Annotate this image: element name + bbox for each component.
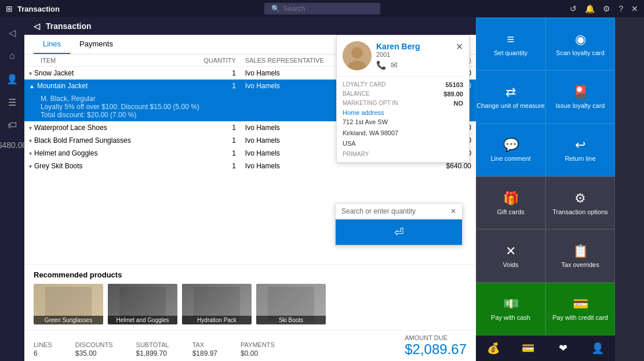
action-tile[interactable]: 🎴 Issue loyalty card xyxy=(545,70,615,123)
marketing-label: MARKETING OPT IN xyxy=(343,100,398,107)
sidebar-home[interactable]: ⌂ xyxy=(2,45,23,66)
help-icon[interactable]: ? xyxy=(618,4,623,13)
address-line3: USA xyxy=(343,139,463,149)
customer-panel: Karen Berg 2001 📞 ✉ ✕ LOYALTY CARD 55103… xyxy=(336,35,470,163)
primary-badge: PRIMARY xyxy=(343,151,463,157)
action-tile[interactable]: ⚙ Transaction options xyxy=(545,176,615,229)
side-actions xyxy=(615,17,644,361)
products-row: Green Sunglasses Helmet and Goggles Hydr… xyxy=(34,284,467,324)
right-panel: ≡ Set quantity ◉ Scan loyalty card ⇄ Cha… xyxy=(476,17,615,361)
customer-avatar xyxy=(343,41,372,70)
bottom-tile[interactable]: ❤ xyxy=(545,335,580,361)
customer-details: LOYALTY CARD 55103 BALANCE $89.00 MARKET… xyxy=(337,77,469,162)
action-tile[interactable]: 📋 Tax overrides xyxy=(545,229,615,282)
tiles-grid: ≡ Set quantity ◉ Scan loyalty card ⇄ Cha… xyxy=(476,17,615,335)
tile-label: Scan loyalty card xyxy=(556,49,605,56)
product-card[interactable]: Hydration Pack xyxy=(182,284,252,324)
tab-lines[interactable]: Lines xyxy=(34,35,70,54)
footer-tax: TAX $189.97 xyxy=(192,341,217,358)
search-icon: 🔍 xyxy=(271,5,280,13)
tile-label: Gift cards xyxy=(497,208,524,215)
product-label: Green Sunglasses xyxy=(34,316,103,324)
title-icons: ↺ 🔔 ⚙ ? ✕ xyxy=(570,4,638,13)
payments-label: PAYMENTS xyxy=(241,341,275,348)
action-tile[interactable]: 🎁 Gift cards xyxy=(476,176,545,229)
footer-summary: LINES 6 DISCOUNTS $35.00 SUBTOTAL $1,899… xyxy=(24,330,476,361)
notifications-icon[interactable]: 🔔 xyxy=(585,4,595,13)
action-tile[interactable]: ✕ Voids xyxy=(476,229,545,282)
settings-icon[interactable]: ⚙ xyxy=(603,4,610,13)
col-item: ITEM xyxy=(24,55,181,67)
loyalty-value: 55103 xyxy=(445,81,463,88)
tab-payments[interactable]: Payments xyxy=(70,35,122,54)
action-tile[interactable]: ≡ Set quantity xyxy=(476,17,545,70)
tile-icon: 🎴 xyxy=(573,85,588,100)
lines-value: 6 xyxy=(34,349,52,358)
product-card[interactable]: Green Sunglasses xyxy=(34,284,103,324)
discounts-label: DISCOUNTS xyxy=(75,341,113,348)
balance-label: BALANCE xyxy=(343,91,370,98)
loyalty-row: LOYALTY CARD 55103 xyxy=(343,81,463,88)
loyalty-label: LOYALTY CARD xyxy=(343,81,385,88)
close-icon[interactable]: ✕ xyxy=(631,4,638,13)
sidebar-tag[interactable]: 🏷 xyxy=(2,115,23,136)
bottom-tile[interactable]: 👤 xyxy=(580,335,615,361)
sidebar-back[interactable]: ◁ xyxy=(2,22,23,43)
address-line1: 712 1st Ave SW xyxy=(343,117,463,127)
windows-icon: ⊞ xyxy=(6,4,13,13)
lines-label: LINES xyxy=(34,341,52,348)
titlebar: ⊞ Transaction 🔍 ↺ 🔔 ⚙ ? ✕ xyxy=(0,0,644,17)
product-card[interactable]: Ski Boots xyxy=(256,284,326,324)
email-icon[interactable]: ✉ xyxy=(391,60,398,70)
bottom-tile[interactable]: 💰 xyxy=(476,335,511,361)
search-box[interactable]: 🔍 xyxy=(264,3,380,15)
footer-discounts: DISCOUNTS $35.00 xyxy=(75,341,113,358)
numpad-close[interactable]: ✕ xyxy=(450,207,456,215)
amount-due-value: $2,089.67 xyxy=(405,341,467,358)
header-back[interactable]: ◁ xyxy=(34,21,40,31)
customer-icons: 📞 ✉ xyxy=(376,60,420,70)
tile-label: Change unit of measure xyxy=(476,102,544,109)
action-tile[interactable]: ◉ Scan loyalty card xyxy=(545,17,615,70)
subtotal-label: SUBTOTAL xyxy=(136,341,169,348)
numpad-overlay: Search or enter quantity ✕ ⏎ xyxy=(335,203,463,246)
tile-icon: ◉ xyxy=(575,32,586,47)
product-card[interactable]: Helmet and Goggles xyxy=(108,284,177,324)
numpad-enter[interactable]: ⏎ xyxy=(336,219,462,245)
customer-name: Karen Berg xyxy=(376,42,420,51)
bottom-tile[interactable]: 💳 xyxy=(511,335,545,361)
refresh-icon[interactable]: ↺ xyxy=(570,4,577,13)
tile-icon: 💳 xyxy=(573,297,588,312)
tile-icon: ✕ xyxy=(505,244,516,259)
sidebar-people[interactable]: 👤 xyxy=(2,68,23,89)
discounts-value: $35.00 xyxy=(75,349,113,358)
sidebar: ◁ ⌂ 👤 ☰ 🏷 $480.00 xyxy=(0,17,24,361)
customer-close[interactable]: ✕ xyxy=(456,41,463,52)
payments-value: $0.00 xyxy=(241,349,275,358)
action-tile[interactable]: ⇄ Change unit of measure xyxy=(476,70,545,123)
marketing-value: NO xyxy=(454,100,464,107)
app-title: Transaction xyxy=(17,5,60,13)
sidebar-menu[interactable]: ☰ xyxy=(2,92,23,113)
address-link[interactable]: Home address xyxy=(343,109,463,116)
marketing-row: MARKETING OPT IN NO xyxy=(343,100,463,107)
phone-icon[interactable]: 📞 xyxy=(376,60,386,70)
customer-info: Karen Berg 2001 📞 ✉ xyxy=(376,42,420,70)
tile-icon: ≡ xyxy=(507,32,515,47)
recommended-section: Recommended products Green Sunglasses He… xyxy=(24,264,476,330)
bottom-tiles: 💰💳❤👤 xyxy=(476,335,615,361)
action-tile[interactable]: 💵 Pay with cash xyxy=(476,283,545,335)
tax-value: $189.97 xyxy=(192,349,217,358)
search-input[interactable] xyxy=(283,5,373,13)
col-qty: QUANTITY xyxy=(181,55,240,67)
amount-due-label: AMOUNT DUE xyxy=(405,334,467,341)
action-tile[interactable]: 💳 Pay with credit card xyxy=(545,283,615,335)
footer-subtotal: SUBTOTAL $1,899.70 xyxy=(136,341,169,358)
customer-header: Karen Berg 2001 📞 ✉ ✕ xyxy=(337,35,469,77)
footer-payments: PAYMENTS $0.00 xyxy=(241,341,275,358)
action-tile[interactable]: ↩ Return line xyxy=(545,124,615,176)
action-tile[interactable]: 💬 Line comment xyxy=(476,124,545,176)
product-label: Helmet and Goggles xyxy=(108,316,177,324)
numpad-header: Search or enter quantity ✕ xyxy=(336,204,462,219)
balance-row: BALANCE $89.00 xyxy=(343,91,463,98)
